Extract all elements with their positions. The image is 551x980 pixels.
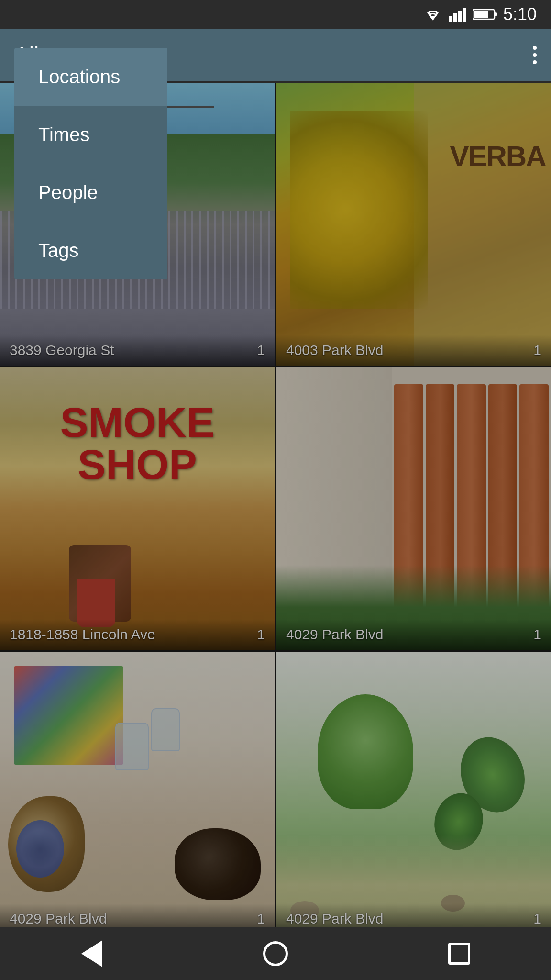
battery-icon (473, 8, 497, 21)
recents-button[interactable] (435, 937, 483, 970)
dropdown-item-times[interactable]: Times (14, 106, 167, 164)
svg-rect-5 (495, 12, 497, 16)
back-button[interactable] (68, 937, 116, 970)
more-dot-3 (533, 60, 537, 64)
back-icon (81, 940, 102, 967)
more-options-button[interactable] (533, 46, 537, 64)
home-icon (263, 941, 288, 966)
more-dot-2 (533, 53, 537, 57)
dropdown-item-people[interactable]: People (14, 164, 167, 222)
status-bar: 5:10 (0, 0, 551, 29)
svg-rect-2 (458, 11, 462, 22)
more-dot-1 (533, 46, 537, 50)
wifi-icon (423, 7, 443, 22)
dropdown-item-tags[interactable]: Tags (14, 222, 167, 279)
signal-icon (449, 7, 467, 22)
dropdown-menu: Locations Times People Tags (14, 48, 167, 279)
svg-rect-1 (453, 13, 457, 22)
status-icons: 5:10 (423, 4, 537, 24)
recents-icon (448, 943, 470, 965)
svg-rect-6 (474, 11, 488, 18)
dropdown-item-locations[interactable]: Locations (14, 48, 167, 106)
svg-rect-0 (449, 16, 452, 22)
home-button[interactable] (252, 937, 299, 970)
nav-bar (0, 927, 551, 980)
svg-rect-3 (463, 8, 466, 22)
status-time: 5:10 (503, 4, 537, 24)
